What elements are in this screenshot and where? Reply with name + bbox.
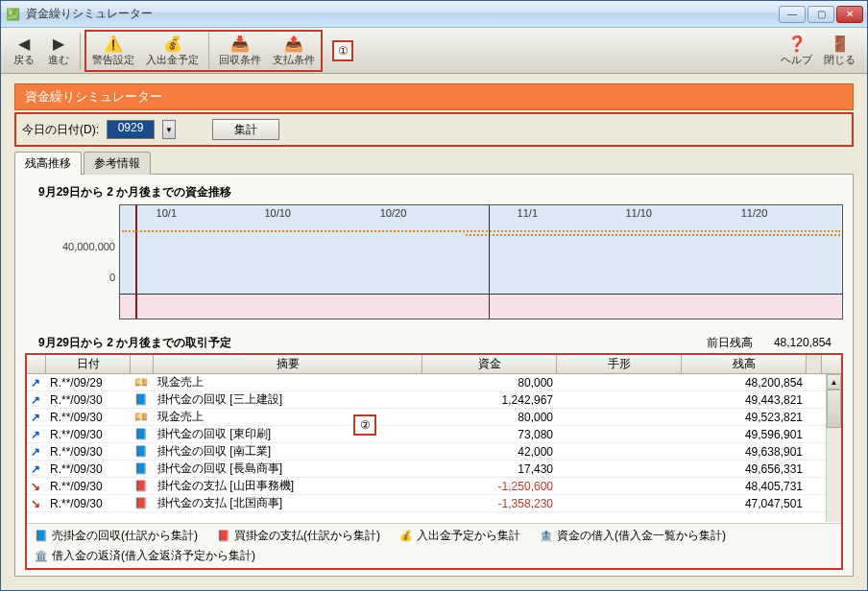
main-panel: 9月29日から 2 か月後までの資金推移 40,000,000 0 10/110… xyxy=(14,174,854,577)
payment-terms-button[interactable]: 📤支払条件 xyxy=(267,30,321,72)
chart-plot-area: 10/110/1010/2011/111/1011/20 xyxy=(119,204,843,319)
window-close-button[interactable]: ✕ xyxy=(836,6,863,23)
cell-cash: 80,000 xyxy=(422,411,557,424)
cell-desc: 掛代金の支払 [山田事務機] xyxy=(154,478,422,494)
repay-icon: 🏛️ xyxy=(35,550,48,563)
cell-type-icon: 📘 xyxy=(131,392,154,407)
cell-desc: 掛代金の支払 [北国商事] xyxy=(154,495,422,511)
toolbar-highlight-group: ⚠️警告設定 💰入出金予定 📥回収条件 📤支払条件 xyxy=(84,30,323,72)
cell-date: R.**/09/29 xyxy=(46,376,131,390)
cell-balance: 49,523,821 xyxy=(682,411,807,424)
scroll-thumb[interactable] xyxy=(827,390,841,428)
chart-x-tick: 11/1 xyxy=(518,207,538,219)
tabs: 残高推移 参考情報 xyxy=(14,152,854,175)
table-body: ↗R.**/09/29💴現金売上80,00048,200,854↗R.**/09… xyxy=(27,374,841,523)
cell-cash: -1,250,600 xyxy=(422,480,557,493)
cell-date: R.**/09/30 xyxy=(46,480,131,493)
today-date-input[interactable]: 0929 xyxy=(107,120,155,139)
direction-arrow-icon: ↗ xyxy=(27,445,46,459)
forward-button[interactable]: ▶進む xyxy=(41,30,76,72)
chart-x-tick: 11/20 xyxy=(741,207,768,219)
page-title: 資金繰りシミュレーター xyxy=(14,83,854,110)
chart-x-tick: 10/10 xyxy=(264,207,291,219)
app-icon: 💹 xyxy=(5,7,20,22)
table-row[interactable]: ↘R.**/09/30📕掛代金の支払 [山田事務機]-1,250,60048,4… xyxy=(27,478,841,495)
chart-negative-region xyxy=(120,294,842,319)
legend-plan: 💰入出金予定から集計 xyxy=(399,528,520,544)
table-row[interactable]: ↗R.**/09/30💴現金売上80,00049,523,821 xyxy=(27,409,841,426)
cell-desc: 掛代金の回収 [南工業] xyxy=(154,443,422,460)
direction-arrow-icon: ↗ xyxy=(27,376,46,390)
col-tegata[interactable]: 手形 xyxy=(557,355,682,373)
maximize-button[interactable]: ▢ xyxy=(808,6,834,23)
toolbar: ◀戻る ▶進む ⚠️警告設定 💰入出金予定 📥回収条件 📤支払条件 ① ❓ヘルプ… xyxy=(1,28,867,74)
table-row[interactable]: ↗R.**/09/30📘掛代金の回収 [南工業]42,00049,638,901 xyxy=(27,443,841,461)
cash-plan-button[interactable]: 💰入出金予定 xyxy=(140,30,205,72)
vertical-scrollbar[interactable]: ▲ xyxy=(826,374,841,522)
cell-balance: 49,638,901 xyxy=(682,445,807,459)
chart-zero-line xyxy=(120,294,842,295)
table-highlight: 日付 摘要 資金 手形 残高 ↗R.**/09/29💴現金売上80,00048,… xyxy=(25,353,843,570)
col-desc[interactable]: 摘要 xyxy=(154,355,422,373)
cell-type-icon: 📘 xyxy=(131,427,154,441)
direction-arrow-icon: ↗ xyxy=(27,393,46,407)
callout-1: ① xyxy=(332,40,353,61)
col-balance[interactable]: 残高 xyxy=(682,355,807,373)
cell-date: R.**/09/30 xyxy=(46,393,131,407)
toolbar-separator xyxy=(208,33,209,69)
chart-y-axis: 40,000,000 0 xyxy=(25,204,119,319)
table-row[interactable]: ↗R.**/09/30📘掛代金の回収 [三上建設]1,242,96749,443… xyxy=(27,391,841,409)
table-row[interactable]: ↗R.**/09/30📘掛代金の回収 [東印刷]73,08049,596,901 xyxy=(27,426,841,443)
date-dropdown-button[interactable]: ▼ xyxy=(162,120,176,139)
titlebar: 💹 資金繰りシミュレーター — ▢ ✕ xyxy=(1,1,867,28)
aggregate-button[interactable]: 集計 xyxy=(212,119,279,140)
legend-receivable: 📘売掛金の回収(仕訳から集計) xyxy=(35,528,198,544)
close-button[interactable]: 🚪閉じる xyxy=(818,30,861,72)
cell-cash: 1,242,967 xyxy=(422,393,557,407)
table-row[interactable]: ↘R.**/09/30📕掛代金の支払 [北国商事]-1,358,23047,04… xyxy=(27,495,841,512)
chart-x-tick: 10/20 xyxy=(380,207,407,219)
ytick xyxy=(112,210,115,222)
legend-repay: 🏛️借入金の返済(借入金返済予定から集計) xyxy=(35,548,255,564)
tab-balance[interactable]: 残高推移 xyxy=(14,152,82,175)
col-type xyxy=(131,355,154,373)
chart-section-title: 9月29日から 2 か月後までの資金推移 xyxy=(38,184,843,201)
callout-2: ② xyxy=(353,414,376,436)
help-button[interactable]: ❓ヘルプ xyxy=(775,30,818,72)
chart-series-line xyxy=(122,230,840,232)
scroll-up-button[interactable]: ▲ xyxy=(827,374,841,390)
direction-arrow-icon: ↗ xyxy=(27,411,46,424)
table-section-header: 9月29日から 2 か月後までの取引予定 前日残高 48,120,854 xyxy=(38,335,843,351)
app-window: 💹 資金繰りシミュレーター — ▢ ✕ ◀戻る ▶進む ⚠️警告設定 💰入出金予… xyxy=(0,0,868,591)
payout-icon: 📤 xyxy=(283,34,304,53)
cell-desc: 現金売上 xyxy=(154,374,422,390)
cell-cash: -1,358,230 xyxy=(422,497,557,510)
chart-month-divider xyxy=(489,205,490,319)
col-cash[interactable]: 資金 xyxy=(422,355,557,373)
prev-balance-value: 48,120,854 xyxy=(774,336,832,349)
money-icon: 💰 xyxy=(162,34,183,53)
cell-cash: 80,000 xyxy=(422,376,557,390)
chart-x-tick: 11/10 xyxy=(625,207,652,219)
cell-desc: 掛代金の回収 [三上建設] xyxy=(154,391,422,408)
col-date[interactable]: 日付 xyxy=(46,355,131,373)
cell-balance: 49,443,821 xyxy=(682,393,807,407)
tab-reference[interactable]: 参考情報 xyxy=(84,152,151,175)
window-title: 資金繰りシミュレーター xyxy=(26,6,779,22)
cell-type-icon: 📕 xyxy=(131,496,154,510)
back-button[interactable]: ◀戻る xyxy=(7,30,41,72)
legend-payable: 📕買掛金の支払(仕訳から集計) xyxy=(217,528,380,544)
collection-terms-button[interactable]: 📥回収条件 xyxy=(213,30,267,72)
warn-settings-button[interactable]: ⚠️警告設定 xyxy=(86,30,140,72)
cell-balance: 47,047,501 xyxy=(682,497,807,510)
minimize-button[interactable]: — xyxy=(779,6,806,23)
plan-icon: 💰 xyxy=(399,530,413,543)
cell-desc: 掛代金の回収 [東印刷] xyxy=(154,426,422,442)
table-row[interactable]: ↗R.**/09/29💴現金売上80,00048,200,854 xyxy=(27,374,841,391)
cell-balance: 49,656,331 xyxy=(682,462,807,476)
cell-desc: 掛代金の回収 [長島商事] xyxy=(154,461,422,477)
col-scrollbar-gap xyxy=(807,355,822,373)
cell-type-icon: 📕 xyxy=(131,479,154,493)
pay-icon: 📕 xyxy=(217,530,230,543)
table-row[interactable]: ↗R.**/09/30📘掛代金の回収 [長島商事]17,43049,656,33… xyxy=(27,461,841,478)
